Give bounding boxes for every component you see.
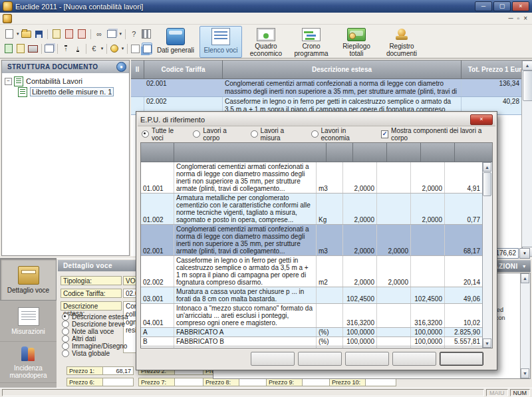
column-header-num[interactable]: II <box>131 61 144 79</box>
collapse-icon[interactable]: − <box>5 78 12 85</box>
prezzo-input[interactable] <box>103 378 134 386</box>
radio-option[interactable]: Immagine/Disegno <box>62 342 128 350</box>
dialog-button[interactable] <box>440 352 483 366</box>
filter-radio[interactable]: Lavori a misura <box>251 130 302 138</box>
column-header[interactable] <box>353 143 387 162</box>
export-icon[interactable] <box>15 43 26 55</box>
show-components-checkbox[interactable]: ✓Mostra componenti dei lavori a corpo <box>381 127 491 142</box>
prezzo-input[interactable] <box>175 378 205 386</box>
scroll-down-icon[interactable]: ▼ <box>521 368 529 378</box>
menu-item[interactable] <box>33 17 43 20</box>
column-header[interactable] <box>141 143 174 162</box>
scroll-up-icon[interactable]: ▲ <box>522 61 532 70</box>
document-icon[interactable] <box>3 14 12 23</box>
mdi-close-button[interactable]: × <box>523 15 527 22</box>
table-row[interactable]: 02.001 Conglomerati cementizi armati con… <box>141 225 482 256</box>
layers-tool-icon[interactable] <box>142 43 152 55</box>
window-switch-icon[interactable] <box>106 28 118 40</box>
prezzo-input[interactable]: 68,17 <box>103 366 134 375</box>
detail-nav-item[interactable]: Dettaglio voce <box>0 259 57 301</box>
table-row[interactable]: B.A.102 Conglomerati cementizi armati co… <box>141 346 482 348</box>
lamp-dropdown-icon[interactable]: ▾ <box>120 46 124 51</box>
menu-item[interactable] <box>70 17 80 20</box>
detail-nav-item[interactable]: Incidenza manodopera <box>0 342 57 383</box>
column-header-desc[interactable]: Descrizione estesa <box>223 61 462 79</box>
table-row[interactable]: 01.001 Conglomerati cementizi armati con… <box>141 162 482 194</box>
table-row[interactable]: 04.001 Intonaco a "mezzo stucco romano" … <box>141 304 482 328</box>
total-dropdown-button[interactable]: ▾ <box>519 248 530 259</box>
radio-option[interactable]: Altri dati <box>62 335 128 342</box>
mdi-restore-button[interactable]: ▫ <box>517 15 520 22</box>
filter-radio[interactable]: Lavori a corpo <box>193 130 241 138</box>
column-header[interactable] <box>387 143 421 162</box>
lamp-icon[interactable] <box>109 43 120 55</box>
menu-item[interactable] <box>61 17 70 20</box>
maximize-button[interactable]: ▢ <box>493 1 511 11</box>
new-dropdown-icon[interactable]: ▾ <box>15 31 20 37</box>
scroll-thumb[interactable] <box>523 70 532 101</box>
dialog-button[interactable] <box>392 352 436 366</box>
mdi-minimize-button[interactable]: ─ <box>509 15 513 22</box>
toolbar-big-button[interactable]: Registro documenti <box>380 26 423 58</box>
move-up-icon[interactable]: ↑ <box>61 43 71 55</box>
euro-icon[interactable]: € <box>88 43 99 55</box>
scroll-up-icon[interactable]: ▲ <box>483 162 491 172</box>
column-header[interactable] <box>174 143 327 162</box>
duplicate-icon[interactable] <box>44 43 55 55</box>
dialog-close-button[interactable]: × <box>470 114 493 125</box>
scroll-thumb[interactable] <box>483 172 491 196</box>
radio-option[interactable]: Descrizione breve <box>62 321 128 328</box>
detail-nav-item[interactable]: Misurazioni <box>0 301 57 342</box>
filter-radio[interactable]: Lavori in economia <box>311 130 372 138</box>
minimize-button[interactable]: ─ <box>475 1 492 11</box>
toolbar-big-button[interactable]: Riepilogo totali <box>335 26 378 58</box>
menu-item[interactable] <box>15 17 24 20</box>
column-header[interactable] <box>421 143 455 162</box>
attach-icon[interactable] <box>51 28 62 40</box>
radio-option[interactable]: Vista globale <box>62 350 128 357</box>
save-icon[interactable] <box>33 28 45 40</box>
scroll-down-icon[interactable]: ▼ <box>483 338 491 348</box>
menu-item[interactable] <box>52 17 61 20</box>
radio-option[interactable]: Note alla voce <box>62 328 128 335</box>
toolbar-big-button[interactable]: Dati generali <box>154 26 197 58</box>
table-row[interactable]: 01.002 Armatura metalliche per conglomer… <box>141 194 482 225</box>
toolbar-big-button[interactable]: Elenco voci <box>200 26 242 58</box>
window-dropdown-icon[interactable]: ▾ <box>118 31 123 37</box>
new-document-icon[interactable] <box>3 28 15 40</box>
checkbox-tool-icon[interactable] <box>130 43 141 55</box>
tree-item-child[interactable]: Libretto delle misure n. 1 <box>3 86 128 97</box>
menu-item[interactable] <box>43 17 52 20</box>
dialog-scrollbar[interactable]: ▲ ▼ <box>482 162 492 348</box>
chevron-down-icon[interactable]: ▼ <box>522 264 527 269</box>
copy-icon[interactable] <box>63 28 74 40</box>
help-icon[interactable]: ? <box>128 28 140 40</box>
vertical-scrollbar[interactable]: ▲ ▼ <box>521 61 532 257</box>
menu-item[interactable] <box>24 17 33 20</box>
filter-radio[interactable]: Tutte le voci <box>142 130 184 138</box>
tree-item-root[interactable]: − Contabilità Lavori <box>3 76 128 86</box>
dialog-button[interactable] <box>298 352 342 366</box>
annotations-scrollbar[interactable]: ▲ ▼ <box>520 273 530 378</box>
print-icon[interactable] <box>27 43 39 55</box>
table-row[interactable]: 02.002 Casseforme in legno o in ferro pe… <box>141 256 482 287</box>
table-row[interactable]: 03.001 Muratura a cassa vuota per chiusu… <box>141 287 482 304</box>
pin-icon[interactable]: ● <box>116 62 126 72</box>
open-icon[interactable] <box>21 28 32 40</box>
dialog-button[interactable] <box>251 352 295 366</box>
import-icon[interactable] <box>3 43 14 55</box>
scroll-up-icon[interactable]: ▲ <box>521 273 529 283</box>
toolbar-big-button[interactable]: Quadro economico <box>245 26 287 58</box>
table-row[interactable]: 02.001 Conglomerati cementizi armati con… <box>131 79 521 97</box>
find-icon[interactable]: ∞ <box>94 28 105 40</box>
toolbar-big-button[interactable]: Crono programma <box>290 26 332 58</box>
radio-option[interactable]: Descrizione estesa <box>62 313 128 321</box>
euro-dropdown-icon[interactable]: ▾ <box>100 46 104 51</box>
close-button[interactable]: × <box>512 1 529 11</box>
column-header[interactable] <box>327 143 353 162</box>
move-down-icon[interactable]: ↓ <box>72 43 83 55</box>
column-header[interactable] <box>455 143 492 162</box>
table-row[interactable]: A FABBRICATO A (%) 100,0000 100,0000 2.8… <box>141 328 482 337</box>
table-row[interactable]: B FABBRICATO B (%) 100,0000 100,0000 5.5… <box>141 337 482 346</box>
paste-icon[interactable] <box>76 28 88 40</box>
